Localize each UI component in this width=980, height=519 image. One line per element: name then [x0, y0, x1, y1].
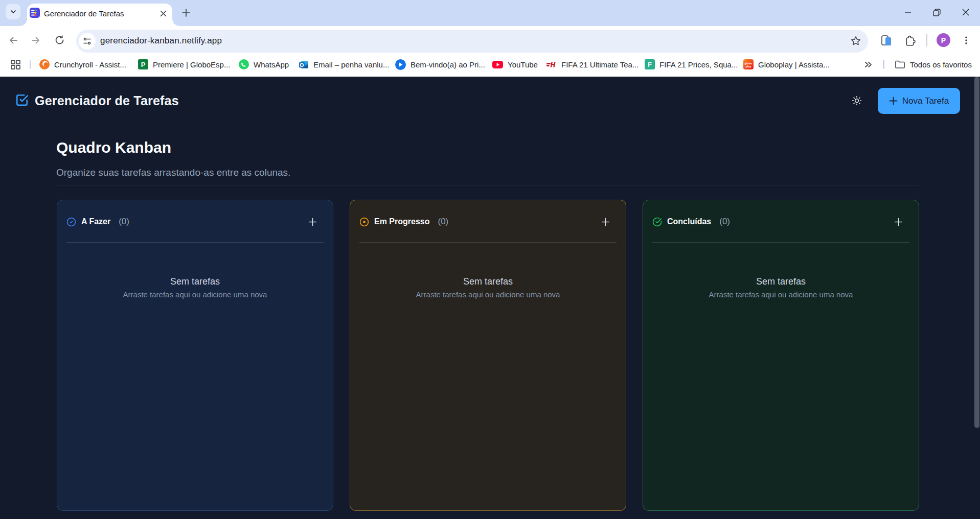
- svg-text:F: F: [648, 61, 652, 68]
- svg-text:play: play: [745, 65, 751, 68]
- svg-text:P: P: [141, 61, 146, 68]
